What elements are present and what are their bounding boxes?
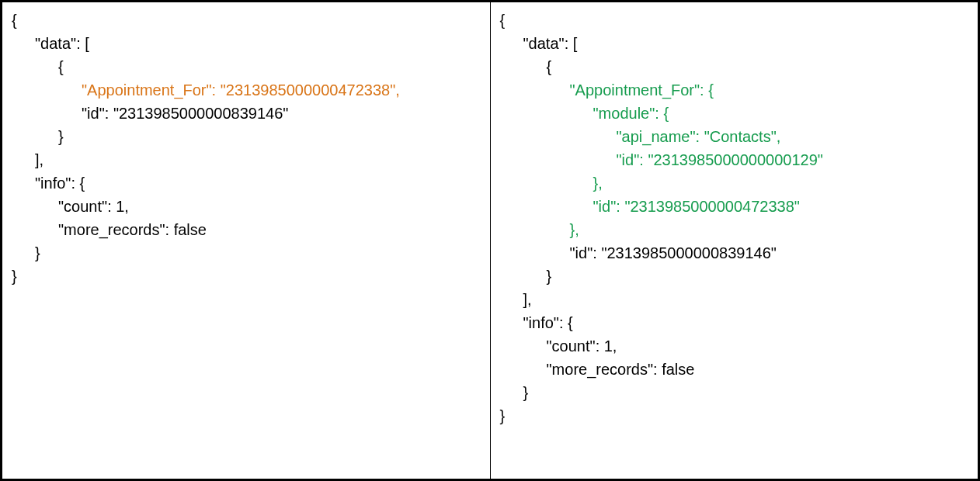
code-line-highlight: "module": { <box>593 102 969 125</box>
code-line: "data": [ <box>35 32 481 55</box>
right-json-block: { "data": [ { "Appointment_For": { "modu… <box>500 9 969 427</box>
right-cell: { "data": [ { "Appointment_For": { "modu… <box>490 2 979 480</box>
code-line: "more_records": false <box>547 358 969 381</box>
code-line: "id": "2313985000000839146" <box>82 102 481 125</box>
left-json-block: { "data": [ { "Appointment_For": "231398… <box>12 9 481 288</box>
code-line: "more_records": false <box>58 218 481 241</box>
code-line: "count": 1, <box>58 195 481 218</box>
code-line: { <box>500 9 969 32</box>
code-line: "id": "2313985000000839146" <box>570 241 969 265</box>
code-line: "data": [ <box>523 32 969 55</box>
comparison-table: { "data": [ { "Appointment_For": "231398… <box>0 0 980 481</box>
code-line: } <box>58 125 481 148</box>
code-line: { <box>12 9 481 32</box>
code-line: { <box>547 55 969 78</box>
code-line-highlight: }, <box>570 218 969 241</box>
code-line-highlight: "Appointment_For": { <box>570 78 969 102</box>
code-line: } <box>547 265 969 288</box>
code-line: "info": { <box>523 311 969 334</box>
code-line-highlight: "id": "2313985000000000129" <box>617 148 969 171</box>
code-line: "count": 1, <box>547 334 969 358</box>
code-line-highlight: "id": "2313985000000472338" <box>593 195 969 218</box>
code-line-highlight: }, <box>593 171 969 195</box>
code-line: } <box>35 241 481 265</box>
code-line: { <box>58 55 481 78</box>
code-line-highlight: "api_name": "Contacts", <box>617 125 969 148</box>
code-line: "info": { <box>35 171 481 195</box>
code-line: } <box>12 265 481 288</box>
code-line: } <box>523 381 969 404</box>
code-line: ], <box>523 288 969 311</box>
left-cell: { "data": [ { "Appointment_For": "231398… <box>2 2 491 480</box>
code-line: ], <box>35 148 481 171</box>
code-line: } <box>500 404 969 427</box>
code-line-highlight: "Appointment_For": "2313985000000472338"… <box>82 78 481 102</box>
